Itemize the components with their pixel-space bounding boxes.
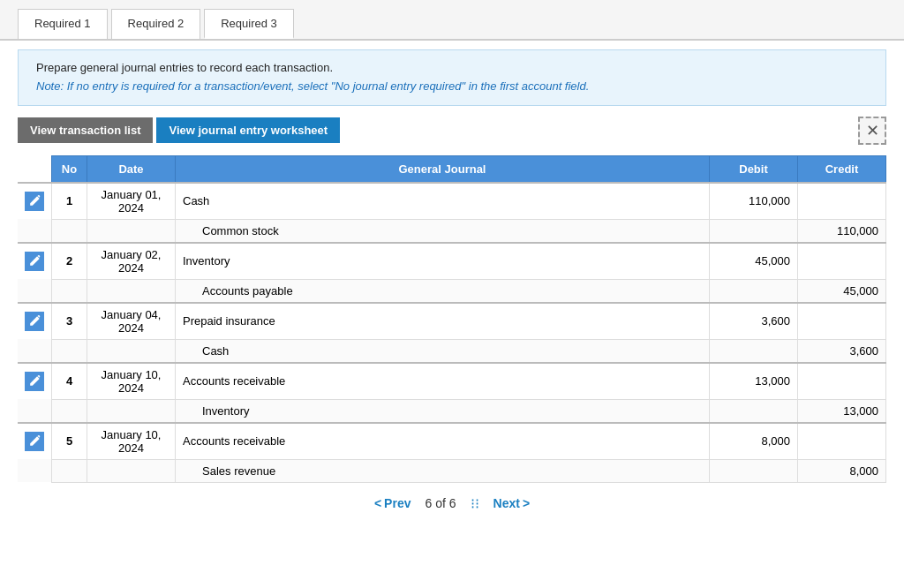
cell-date: January 02, 2024 [87,243,176,280]
edit-icon[interactable] [25,312,44,331]
tabs-container: Required 1 Required 2 Required 3 [0,0,904,41]
cell-account: Accounts receivable [176,423,710,460]
edit-icon[interactable] [25,192,44,211]
cell-account: Inventory [176,243,710,280]
edit-icon[interactable] [25,432,44,451]
cell-debit [710,219,798,243]
next-button[interactable]: Next > [493,496,531,510]
cell-debit [710,459,798,482]
cell-date [87,279,176,303]
cell-debit: 110,000 [710,183,798,220]
cell-credit [798,423,886,460]
cell-no [52,399,87,423]
col-header-debit: Debit [710,155,798,183]
cell-debit: 45,000 [710,243,798,280]
cell-date [87,339,176,363]
cell-account: Sales revenue [176,459,710,482]
cell-date: January 10, 2024 [87,363,176,400]
cell-credit [798,183,886,220]
edit-icon[interactable] [25,372,44,391]
col-header-credit: Credit [798,155,886,183]
cell-account: Prepaid insurance [176,303,710,340]
cell-date: January 04, 2024 [87,303,176,340]
cell-debit [710,339,798,363]
cell-no [52,219,87,243]
cell-credit: 110,000 [798,219,886,243]
cell-credit [798,303,886,340]
cell-no [52,339,87,363]
cell-debit: 3,600 [710,303,798,340]
cell-credit [798,243,886,280]
next-label: Next [493,496,520,510]
cell-no: 2 [52,243,87,280]
close-button[interactable]: ✕ [858,117,886,145]
cell-no: 4 [52,363,87,400]
col-header-date: Date [87,155,176,183]
page-info: 6 of 6 [425,496,456,510]
cell-debit [710,279,798,303]
cell-no [52,279,87,303]
cell-debit: 13,000 [710,363,798,400]
cell-date: January 01, 2024 [87,183,176,220]
cell-no [52,459,87,482]
cell-credit: 13,000 [798,399,886,423]
journal-table: No Date General Journal Debit Credit 1Ja… [18,155,886,483]
next-chevron-icon: > [523,496,530,510]
col-header-general-journal: General Journal [176,155,710,183]
instructions-main: Prepare general journal entries to recor… [36,59,868,78]
cell-account: Inventory [176,399,710,423]
prev-label: Prev [384,496,411,510]
tab-required3[interactable]: Required 3 [204,9,294,39]
cell-account: Accounts receivable [176,363,710,400]
cell-date [87,399,176,423]
cell-debit: 8,000 [710,423,798,460]
view-transaction-button[interactable]: View transaction list [18,117,153,143]
prev-button[interactable]: < Prev [374,496,411,510]
cell-account: Cash [176,183,710,220]
action-buttons-row: View transaction list View journal entry… [18,117,886,145]
tab-required2[interactable]: Required 2 [111,9,201,39]
col-header-no: No [52,155,87,183]
view-journal-button[interactable]: View journal entry worksheet [156,117,340,143]
total-pages: 6 [449,496,456,510]
edit-icon[interactable] [25,252,44,271]
cell-account: Cash [176,339,710,363]
cell-credit [798,363,886,400]
grid-icon[interactable]: ⁝⁝ [471,495,479,512]
cell-debit [710,399,798,423]
cell-date [87,219,176,243]
instructions-note: Note: If no entry is required for a tran… [36,78,868,96]
cell-date: January 10, 2024 [87,423,176,460]
cell-date [87,459,176,482]
cell-account: Common stock [176,219,710,243]
cell-account: Accounts payable [176,279,710,303]
pagination-bar: < Prev 6 of 6 ⁝⁝ Next > [0,483,904,521]
tab-required1[interactable]: Required 1 [18,9,108,39]
cell-no: 1 [52,183,87,220]
instructions-box: Prepare general journal entries to recor… [18,49,886,106]
cell-no: 3 [52,303,87,340]
cell-credit: 3,600 [798,339,886,363]
close-icon: ✕ [866,121,879,140]
cell-no: 5 [52,423,87,460]
cell-credit: 8,000 [798,459,886,482]
cell-credit: 45,000 [798,279,886,303]
prev-chevron-icon: < [374,496,381,510]
